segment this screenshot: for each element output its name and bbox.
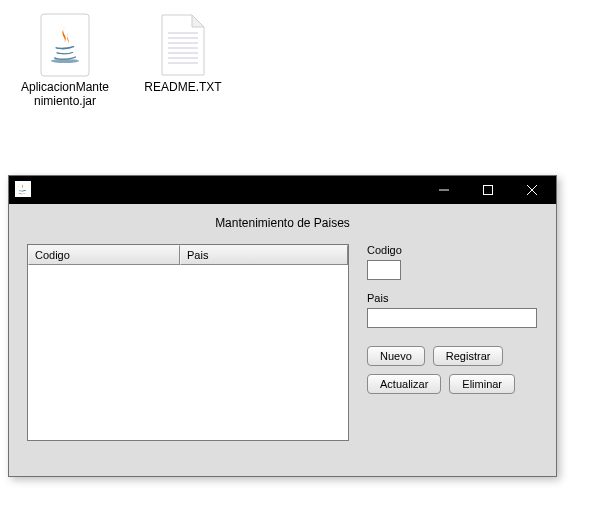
pais-input[interactable] — [367, 308, 537, 328]
registrar-button[interactable]: Registrar — [433, 346, 504, 366]
eliminar-button[interactable]: Eliminar — [449, 374, 515, 394]
file-label: AplicacionMantenimiento.jar — [20, 80, 110, 108]
file-label: README.TXT — [144, 80, 221, 94]
java-jar-icon — [35, 10, 95, 80]
app-window: Mantenimiento de Paises Codigo Pais Codi… — [8, 175, 557, 477]
minimize-button[interactable] — [422, 176, 466, 204]
titlebar[interactable] — [9, 176, 556, 204]
close-button[interactable] — [510, 176, 554, 204]
svg-rect-11 — [484, 186, 493, 195]
java-app-icon — [15, 181, 31, 200]
column-header-pais[interactable]: Pais — [180, 245, 348, 265]
table-header: Codigo Pais — [28, 245, 348, 265]
maximize-button[interactable] — [466, 176, 510, 204]
form-panel: Codigo Pais Nuevo Registrar Actualizar E… — [367, 244, 538, 462]
svg-rect-0 — [41, 14, 89, 76]
text-file-icon — [153, 10, 213, 80]
table-body[interactable] — [28, 265, 348, 440]
window-content: Mantenimiento de Paises Codigo Pais Codi… — [9, 204, 556, 476]
countries-table[interactable]: Codigo Pais — [27, 244, 349, 441]
titlebar-left — [15, 181, 31, 200]
svg-point-1 — [51, 59, 79, 63]
actualizar-button[interactable]: Actualizar — [367, 374, 441, 394]
page-title: Mantenimiento de Paises — [27, 216, 538, 230]
codigo-label: Codigo — [367, 244, 538, 256]
svg-rect-9 — [15, 181, 31, 197]
file-txt[interactable]: README.TXT — [138, 10, 228, 108]
pais-label: Pais — [367, 292, 538, 304]
nuevo-button[interactable]: Nuevo — [367, 346, 425, 366]
file-jar[interactable]: AplicacionMantenimiento.jar — [20, 10, 110, 108]
column-header-codigo[interactable]: Codigo — [28, 245, 180, 265]
window-controls — [422, 176, 554, 204]
codigo-input[interactable] — [367, 260, 401, 280]
desktop-area: AplicacionMantenimiento.jar README.TXT — [20, 10, 228, 108]
